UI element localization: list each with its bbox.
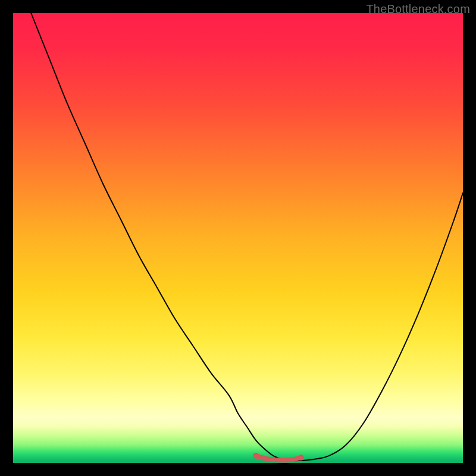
plot-area — [13, 13, 463, 463]
chart-frame: TheBottleneck.com — [0, 0, 476, 476]
watermark-text: TheBottleneck.com — [366, 2, 470, 16]
